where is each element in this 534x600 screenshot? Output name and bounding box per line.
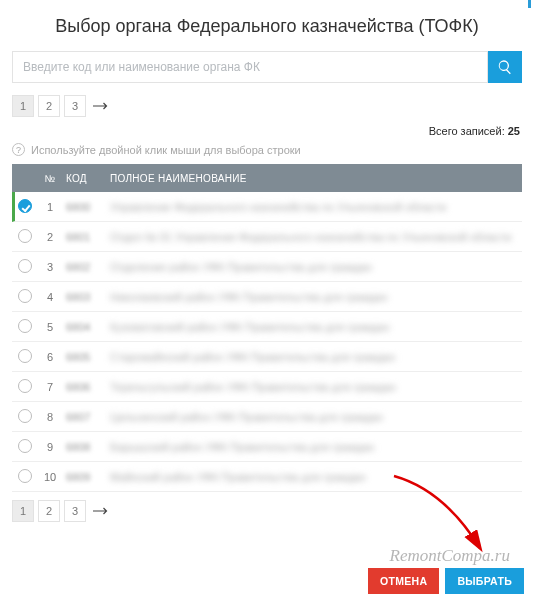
- radio-icon[interactable]: [18, 229, 32, 243]
- row-name: Старомайнский район УФК Правительства дл…: [104, 351, 516, 363]
- row-code: 6807: [62, 411, 104, 423]
- row-select[interactable]: [18, 319, 38, 335]
- radio-icon[interactable]: [18, 379, 32, 393]
- radio-icon[interactable]: [18, 289, 32, 303]
- row-name: Отдел № 01 Управления Федерального казна…: [104, 231, 516, 243]
- select-button[interactable]: ВЫБРАТЬ: [445, 568, 524, 594]
- radio-icon[interactable]: [18, 439, 32, 453]
- table-row[interactable]: 46803Николаевский район УФК Правительств…: [12, 282, 522, 312]
- page-1[interactable]: 1: [12, 95, 34, 117]
- row-select[interactable]: [18, 439, 38, 455]
- table-row[interactable]: 16800Управление Федерального казначейств…: [12, 192, 522, 222]
- row-code: 6809: [62, 471, 104, 483]
- page-1-b[interactable]: 1: [12, 500, 34, 522]
- dialog: Выбор органа Федерального казначейства (…: [0, 0, 534, 522]
- table-body: 16800Управление Федерального казначейств…: [12, 192, 522, 492]
- table-row[interactable]: 96808Барышский район УФК Правительства д…: [12, 432, 522, 462]
- row-select[interactable]: [18, 379, 38, 395]
- pagination-top: 1 2 3: [12, 95, 522, 117]
- hint-row: ? Используйте двойной клик мыши для выбо…: [12, 143, 522, 156]
- row-name: Цильнинский район УФК Правительства для …: [104, 411, 516, 423]
- table-row[interactable]: 26801Отдел № 01 Управления Федерального …: [12, 222, 522, 252]
- cancel-button[interactable]: ОТМЕНА: [368, 568, 439, 594]
- watermark: RemontCompa.ru: [390, 546, 510, 566]
- row-select[interactable]: [18, 199, 38, 215]
- arrow-right-icon: [93, 101, 111, 111]
- radio-icon[interactable]: [18, 349, 32, 363]
- row-name: Барышский район УФК Правительства для гр…: [104, 441, 516, 453]
- row-num: 1: [38, 201, 62, 213]
- footer-buttons: ОТМЕНА ВЫБРАТЬ: [368, 568, 524, 594]
- row-select[interactable]: [18, 229, 38, 245]
- page-title: Выбор органа Федерального казначейства (…: [12, 16, 522, 37]
- search-button[interactable]: [488, 51, 522, 83]
- row-num: 10: [38, 471, 62, 483]
- radio-icon[interactable]: [18, 409, 32, 423]
- row-select[interactable]: [18, 289, 38, 305]
- table-row[interactable]: 36802Отделение район УФК Правительства д…: [12, 252, 522, 282]
- page-next[interactable]: [90, 95, 114, 117]
- page-next-b[interactable]: [90, 500, 114, 522]
- row-code: 6803: [62, 291, 104, 303]
- table-row[interactable]: 86807Цильнинский район УФК Правительства…: [12, 402, 522, 432]
- table-row[interactable]: 106809Майнский район УФК Правительства д…: [12, 462, 522, 492]
- radio-icon[interactable]: [18, 319, 32, 333]
- hint-text: Используйте двойной клик мыши для выбора…: [31, 144, 301, 156]
- table-header: № КОД ПОЛНОЕ НАИМЕНОВАНИЕ: [12, 164, 522, 192]
- search-icon: [497, 59, 513, 75]
- row-name: Кузоватовский район УФК Правительства дл…: [104, 321, 516, 333]
- search-row: [12, 51, 522, 83]
- row-name: Николаевский район УФК Правительства для…: [104, 291, 516, 303]
- row-name: Отделение район УФК Правительства для гр…: [104, 261, 516, 273]
- row-num: 5: [38, 321, 62, 333]
- arrow-right-icon: [93, 506, 111, 516]
- th-num: №: [38, 173, 62, 184]
- row-select[interactable]: [18, 259, 38, 275]
- row-num: 9: [38, 441, 62, 453]
- row-name: Майнский район УФК Правительства для гра…: [104, 471, 516, 483]
- row-code: 6808: [62, 441, 104, 453]
- th-code: КОД: [62, 173, 104, 184]
- row-code: 6802: [62, 261, 104, 273]
- page-3-b[interactable]: 3: [64, 500, 86, 522]
- page-2[interactable]: 2: [38, 95, 60, 117]
- table-row[interactable]: 66805Старомайнский район УФК Правительст…: [12, 342, 522, 372]
- table-row[interactable]: 76806Тереньгульский район УФК Правительс…: [12, 372, 522, 402]
- hint-icon: ?: [12, 143, 25, 156]
- row-select[interactable]: [18, 349, 38, 365]
- row-code: 6806: [62, 381, 104, 393]
- row-num: 7: [38, 381, 62, 393]
- row-code: 6805: [62, 351, 104, 363]
- check-icon[interactable]: [18, 199, 32, 213]
- radio-icon[interactable]: [18, 259, 32, 273]
- page-3[interactable]: 3: [64, 95, 86, 117]
- row-code: 6800: [62, 201, 104, 213]
- top-accent: [528, 0, 531, 8]
- row-name: Тереньгульский район УФК Правительства д…: [104, 381, 516, 393]
- total-records: Всего записей: 25: [12, 125, 520, 137]
- row-code: 6801: [62, 231, 104, 243]
- row-num: 2: [38, 231, 62, 243]
- search-input[interactable]: [12, 51, 488, 83]
- total-label: Всего записей:: [429, 125, 505, 137]
- row-num: 8: [38, 411, 62, 423]
- row-select[interactable]: [18, 469, 38, 485]
- row-code: 6804: [62, 321, 104, 333]
- radio-icon[interactable]: [18, 469, 32, 483]
- table-row[interactable]: 56804Кузоватовский район УФК Правительст…: [12, 312, 522, 342]
- pagination-bottom: 1 2 3: [12, 500, 522, 522]
- row-select[interactable]: [18, 409, 38, 425]
- row-num: 4: [38, 291, 62, 303]
- th-name: ПОЛНОЕ НАИМЕНОВАНИЕ: [104, 173, 516, 184]
- row-num: 6: [38, 351, 62, 363]
- page-2-b[interactable]: 2: [38, 500, 60, 522]
- total-value: 25: [508, 125, 520, 137]
- row-num: 3: [38, 261, 62, 273]
- row-name: Управление Федерального казначейства по …: [104, 201, 516, 213]
